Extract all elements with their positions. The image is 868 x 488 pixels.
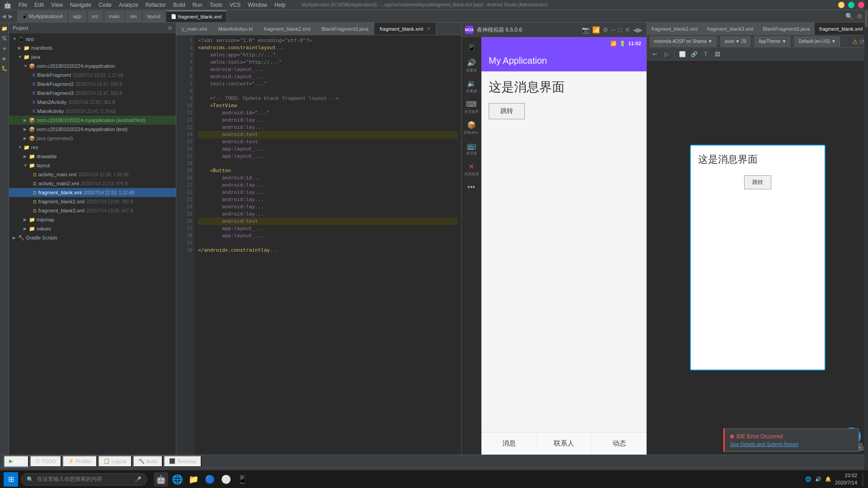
menu-item-view[interactable]: View xyxy=(51,2,63,8)
tree-item-blankfragment2[interactable]: K BlankFragment2 2020/7/14 21:47, 554 B xyxy=(9,80,176,89)
breadcrumb-app2[interactable]: app xyxy=(69,10,86,22)
tree-item-fragment-blank3[interactable]: 🗋 fragment_blank3.xml 2020/7/14 22:09, 5… xyxy=(9,206,176,215)
phone-jump-button[interactable]: 跳转 xyxy=(489,103,525,119)
menu-item-code[interactable]: Code xyxy=(99,2,112,8)
settings-icon[interactable]: ⚙ xyxy=(857,13,863,20)
code-editor[interactable]: <?xml version="1.0" encoding="utf-8"?> <… xyxy=(194,35,461,455)
menu-item-tools[interactable]: Tools xyxy=(210,2,222,8)
tree-item-activity-main2[interactable]: 🗋 activity_main2.xml 2020/7/14 22:53, 87… xyxy=(9,179,176,188)
right-tab-fragment3[interactable]: fragment_blank3.xml xyxy=(703,23,758,35)
emulator-tool-close-app[interactable]: ✕ 关闭应用 xyxy=(463,160,480,179)
editor-tab-mainactivity[interactable]: MainActivityu.kt xyxy=(213,23,259,35)
emulator-settings-icon[interactable]: ⚙ xyxy=(603,26,609,33)
search-everywhere-icon[interactable]: 🔍 xyxy=(845,13,853,20)
profiler-tab[interactable]: ⚡ Profiler xyxy=(62,455,97,467)
tree-item-drawable[interactable]: ▶ 📁 drawable xyxy=(9,152,176,161)
breadcrumb-src[interactable]: src xyxy=(87,10,104,22)
tree-item-androidtest[interactable]: ▶ 📦 com.c201801020224.myapplication (and… xyxy=(9,116,176,125)
emulator-tool-phone[interactable]: 📱 xyxy=(463,41,480,55)
emulator-tool-volume-down[interactable]: 🔉 音量减 xyxy=(463,76,480,96)
terminal-tab[interactable]: ⬛ Terminal xyxy=(164,455,202,467)
project-sidebar-icon[interactable]: 📁 xyxy=(0,24,9,33)
taskbar-app-emulator[interactable]: 📱 xyxy=(235,472,250,487)
menu-item-edit[interactable]: Edit xyxy=(34,2,44,8)
right-tab-fragment-blank[interactable]: fragment_blank.xml ✕ xyxy=(815,23,868,35)
menu-item-window[interactable]: Window xyxy=(248,2,267,8)
menu-item-help[interactable]: Help xyxy=(274,2,286,8)
favorites-sidebar-icon[interactable]: ★ xyxy=(0,44,9,52)
close-button[interactable] xyxy=(858,2,864,8)
editor-tab-fragment2[interactable]: fragment_blank2.xml xyxy=(259,23,316,35)
taskbar-app-another[interactable]: ⚪ xyxy=(219,472,233,487)
emulator-maximize-icon[interactable]: □ xyxy=(618,26,622,33)
emulator-close-icon[interactable]: ✕ xyxy=(625,26,630,33)
breadcrumb-main[interactable]: main xyxy=(104,10,125,22)
minimize-button[interactable] xyxy=(838,2,844,8)
tree-item-gradle[interactable]: ▶ 🔨 Gradle Scripts xyxy=(9,233,176,242)
locale-selector-button[interactable]: Default (en-US) ▼ xyxy=(794,37,840,47)
emulator-tool-volume-up[interactable]: 🔊 音量加 xyxy=(463,56,480,75)
tree-item-fragment-blank2[interactable]: 🗋 fragment_blank2.xml 2020/7/14 22:09, 3… xyxy=(9,197,176,206)
tree-item-blankfragment[interactable]: K BlankFragment 2020/7/14 22:59, 1.21 kB xyxy=(9,70,176,80)
build-tab[interactable]: 🔨 Build xyxy=(133,455,163,467)
taskbar-app-chrome[interactable]: 🌐 xyxy=(170,472,184,487)
phone-nav-moments[interactable]: 动态 xyxy=(592,432,646,455)
phone-nav-messages[interactable]: 消息 xyxy=(481,432,537,455)
menu-item-analyze[interactable]: Analyze xyxy=(119,2,138,8)
notification-link[interactable]: See Details and Submit Report xyxy=(730,441,798,447)
breadcrumb-fragment[interactable]: 📄 fragment_blank.xml xyxy=(166,10,226,22)
connect-icon[interactable]: 🔗 xyxy=(689,49,699,59)
preview-jump-button[interactable]: 跳转 xyxy=(744,175,771,189)
emulator-sidebar-toggle-icon[interactable]: ◀▶ xyxy=(633,26,643,33)
select-icon[interactable]: ⬜ xyxy=(677,49,687,59)
taskbar-search-box[interactable]: 🔍 在这里输入你想搜索的内容 🎤 xyxy=(21,473,147,486)
right-tab-fragment2[interactable]: fragment_blank2.xml xyxy=(647,23,703,35)
pixel-selector-button[interactable]: pixel ▼ 29 xyxy=(721,37,750,47)
run-sidebar-icon[interactable]: ▶ xyxy=(0,54,9,62)
editor-tab-blankfrag3[interactable]: BlankFragment3.java xyxy=(316,23,374,35)
tree-item-activity-main[interactable]: 🗋 activity_main.xml 2020/7/14 22:28, 1.9… xyxy=(9,170,176,179)
tree-item-app[interactable]: ▼ 📱 app xyxy=(9,34,176,43)
project-panel-settings-icon[interactable]: ⚙ xyxy=(168,25,172,31)
menu-item-refactor[interactable]: Refactor xyxy=(146,2,166,8)
undo-icon[interactable]: ↩ xyxy=(650,49,660,59)
menu-item-navigate[interactable]: Navigate xyxy=(70,2,91,8)
device-selector-button[interactable]: motorola AOSP on Shama ▼ xyxy=(650,37,717,47)
tree-item-fragment-blank[interactable]: 🗋 fragment_blank.xml 2020/7/14 22:53, 1.… xyxy=(9,188,176,197)
menu-item-build[interactable]: Build xyxy=(173,2,185,8)
emulator-tool-keyboard[interactable]: ⌨ 文字助手 xyxy=(463,97,480,117)
tree-item-manifests[interactable]: ▶ 📁 manifests xyxy=(9,43,176,52)
nav-back-icon[interactable]: ◀ xyxy=(2,13,6,19)
logcat-tab[interactable]: 📋 Logcat xyxy=(98,455,132,467)
tree-item-res[interactable]: ▼ 📁 res xyxy=(9,143,176,152)
phone-nav-contacts[interactable]: 联系人 xyxy=(537,432,592,455)
editor-tab-fragment-blank[interactable]: fragment_blank.xml ✕ xyxy=(374,23,436,35)
tree-item-main2activity[interactable]: K Main2Activity 2020/7/14 22:52, 361 B xyxy=(9,98,176,107)
taskbar-app-explorer[interactable]: 📁 xyxy=(186,472,201,487)
menu-item-file[interactable]: File xyxy=(19,2,27,8)
tree-item-java[interactable]: ▼ 📁 java xyxy=(9,52,176,61)
image-icon[interactable]: 🖼 xyxy=(712,49,722,59)
emulator-camera-icon[interactable]: 📷 xyxy=(582,26,590,33)
start-button[interactable]: ⊞ xyxy=(4,472,18,487)
taskbar-app-apps[interactable]: 🔵 xyxy=(203,472,217,487)
cursor-icon[interactable]: ▷ xyxy=(661,49,671,59)
tree-item-layout[interactable]: ▼ 📁 layout xyxy=(9,161,176,170)
structure-sidebar-icon[interactable]: 🏗 xyxy=(0,34,9,42)
todo-tab[interactable]: ☑ TODO xyxy=(30,455,61,467)
emulator-minimize-icon[interactable]: ─ xyxy=(611,26,616,33)
breadcrumb-app[interactable]: 📱 MyApplication4 xyxy=(17,10,68,22)
tree-item-mipmap[interactable]: ▶ 📁 mipmap xyxy=(9,215,176,224)
right-tab-blankfrag3[interactable]: BlankFragment3.java xyxy=(758,23,815,35)
emulator-tool-more[interactable]: ••• xyxy=(463,180,480,194)
warning-icon[interactable]: ⚠ xyxy=(852,38,858,45)
tree-item-java-generated[interactable]: ▶ 📦 java (generated) xyxy=(9,134,176,143)
text-icon[interactable]: T xyxy=(701,49,711,59)
emulator-tool-install-apk[interactable]: 📦 安装APK xyxy=(463,118,480,138)
tree-item-blankfragment3[interactable]: K BlankFragment3 2020/7/14 21:47, 552 B xyxy=(9,89,176,98)
tree-item-package[interactable]: ▼ 📦 com.c201801020224.myapplication xyxy=(9,61,176,70)
tree-item-test[interactable]: ▶ 📦 com.c201801020224.myapplication (tes… xyxy=(9,125,176,134)
tree-item-values[interactable]: ▶ 📁 values xyxy=(9,224,176,233)
restore-button[interactable] xyxy=(848,2,854,8)
breadcrumb-layout[interactable]: layout xyxy=(143,10,165,22)
